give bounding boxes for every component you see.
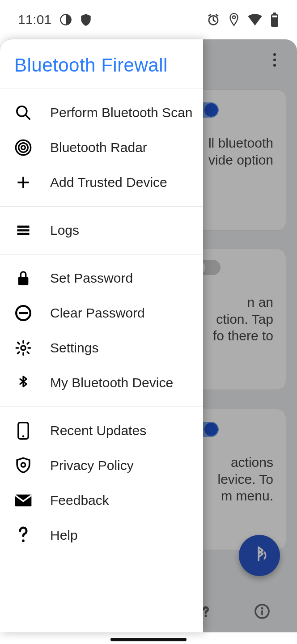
privacy-shield-icon xyxy=(13,456,33,475)
svg-rect-4 xyxy=(273,13,276,14)
svg-rect-19 xyxy=(18,277,29,285)
svg-point-27 xyxy=(22,539,25,542)
status-dot-icon xyxy=(59,13,72,26)
drawer-item-logs[interactable]: Logs xyxy=(0,213,203,248)
drawer-item-label: Add Trusted Device xyxy=(50,175,167,190)
drawer-item-label: Logs xyxy=(50,223,79,238)
navigation-drawer: Bluetooth Firewall Perform Bluetooth Sca… xyxy=(0,39,203,632)
svg-rect-18 xyxy=(17,233,30,235)
drawer-header: Bluetooth Firewall xyxy=(0,39,203,89)
drawer-item-set-password[interactable]: Set Password xyxy=(0,261,203,296)
drawer-item-label: Feedback xyxy=(50,493,109,508)
drawer-item-my-device[interactable]: My Bluetooth Device xyxy=(0,365,203,400)
help-icon xyxy=(13,525,33,545)
svg-rect-5 xyxy=(272,16,277,17)
radar-icon xyxy=(13,138,33,157)
status-bar: 11:01 xyxy=(0,0,297,39)
drawer-item-help[interactable]: Help xyxy=(0,518,203,553)
phone-icon xyxy=(13,421,33,441)
drawer-item-label: Clear Password xyxy=(50,305,145,321)
wifi-icon xyxy=(248,14,262,25)
drawer-item-label: Perform Bluetooth Scan xyxy=(50,105,193,120)
alarm-icon xyxy=(207,13,220,26)
status-bar-right xyxy=(207,13,279,27)
svg-rect-17 xyxy=(17,229,30,232)
status-time: 11:01 xyxy=(18,12,51,27)
status-shield-icon xyxy=(80,13,92,26)
logs-icon xyxy=(13,220,33,240)
svg-point-25 xyxy=(21,463,25,467)
location-icon xyxy=(228,13,240,27)
drawer-item-label: My Bluetooth Device xyxy=(50,375,173,390)
svg-point-2 xyxy=(233,16,235,18)
svg-rect-16 xyxy=(17,226,30,228)
status-bar-left: 11:01 xyxy=(18,12,92,27)
search-icon xyxy=(13,103,33,123)
lock-icon xyxy=(13,268,33,288)
drawer-item-settings[interactable]: Settings xyxy=(0,330,203,365)
svg-point-22 xyxy=(21,346,25,350)
drawer-item-radar[interactable]: Bluetooth Radar xyxy=(0,130,203,165)
drawer-item-feedback[interactable]: Feedback xyxy=(0,483,203,518)
drawer-item-label: Help xyxy=(50,528,78,543)
bluetooth-icon xyxy=(13,373,33,393)
drawer-title: Bluetooth Firewall xyxy=(14,55,189,76)
svg-line-10 xyxy=(25,115,30,119)
drawer-item-add-trusted[interactable]: Add Trusted Device xyxy=(0,165,203,200)
mail-icon xyxy=(13,491,33,510)
drawer-item-label: Bluetooth Radar xyxy=(50,140,147,155)
drawer-item-label: Privacy Policy xyxy=(50,458,134,473)
drawer-item-label: Recent Updates xyxy=(50,423,146,438)
drawer-item-recent-updates[interactable]: Recent Updates xyxy=(0,413,203,448)
svg-point-12 xyxy=(19,143,28,153)
drawer-item-label: Set Password xyxy=(50,271,133,286)
gear-icon xyxy=(13,338,33,358)
navigation-handle[interactable] xyxy=(110,638,187,641)
plus-icon xyxy=(13,173,33,192)
clear-circle-icon xyxy=(13,303,33,323)
drawer-item-label: Settings xyxy=(50,340,98,356)
drawer-item-clear-password[interactable]: Clear Password xyxy=(0,296,203,330)
svg-point-13 xyxy=(21,146,25,150)
drawer-item-privacy[interactable]: Privacy Policy xyxy=(0,448,203,483)
drawer-item-scan[interactable]: Perform Bluetooth Scan xyxy=(0,95,203,130)
battery-icon xyxy=(270,13,279,27)
svg-point-24 xyxy=(22,435,24,437)
